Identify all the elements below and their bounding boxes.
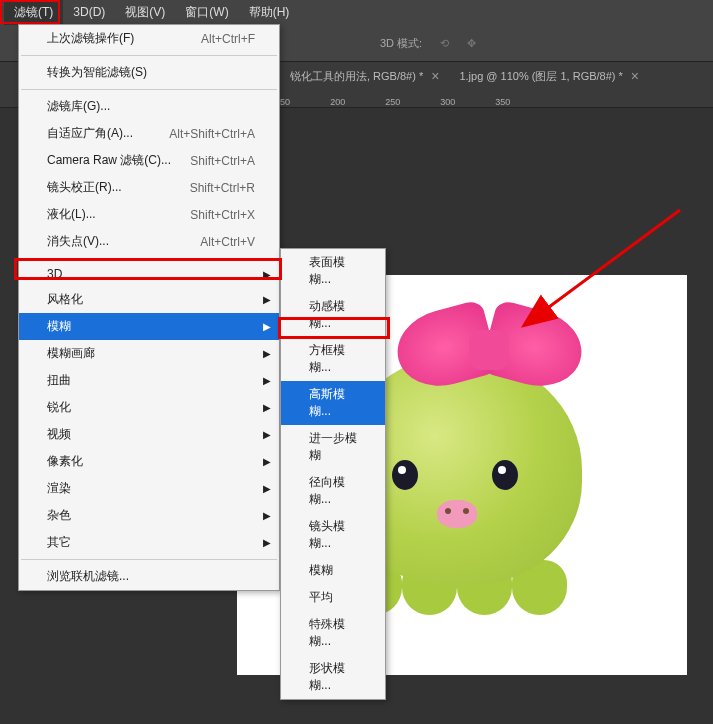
- submenu-motion-blur[interactable]: 动感模糊...: [281, 293, 385, 337]
- menu-lens-correction[interactable]: 镜头校正(R)...Shift+Ctrl+R: [19, 174, 279, 201]
- menu-3d-sub[interactable]: 3D▶: [19, 262, 279, 286]
- menu-adaptive-wide[interactable]: 自适应广角(A)...Alt+Shift+Ctrl+A: [19, 120, 279, 147]
- submenu-lens-blur[interactable]: 镜头模糊...: [281, 513, 385, 557]
- submenu-average[interactable]: 平均: [281, 584, 385, 611]
- submenu-radial-blur[interactable]: 径向模糊...: [281, 469, 385, 513]
- orbit-icon[interactable]: ⟲: [440, 24, 449, 62]
- pan-icon[interactable]: ✥: [467, 24, 476, 62]
- menu-render[interactable]: 渲染▶: [19, 475, 279, 502]
- menu-smart-filter[interactable]: 转换为智能滤镜(S): [19, 59, 279, 86]
- close-icon[interactable]: ×: [631, 68, 639, 84]
- chevron-right-icon: ▶: [263, 510, 271, 521]
- plush-eye: [392, 460, 418, 490]
- blur-submenu: 表面模糊... 动感模糊... 方框模糊... 高斯模糊... 进一步模糊 径向…: [280, 248, 386, 700]
- chevron-right-icon: ▶: [263, 402, 271, 413]
- chevron-right-icon: ▶: [263, 456, 271, 467]
- submenu-shape-blur[interactable]: 形状模糊...: [281, 655, 385, 699]
- menu-vanishing-point[interactable]: 消失点(V)...Alt+Ctrl+V: [19, 228, 279, 255]
- chevron-right-icon: ▶: [263, 375, 271, 386]
- submenu-gaussian-blur[interactable]: 高斯模糊...: [281, 381, 385, 425]
- chevron-right-icon: ▶: [263, 537, 271, 548]
- menu-3d[interactable]: 3D(D): [63, 1, 115, 23]
- menu-liquify[interactable]: 液化(L)...Shift+Ctrl+X: [19, 201, 279, 228]
- chevron-right-icon: ▶: [263, 294, 271, 305]
- plush-eye: [492, 460, 518, 490]
- filter-dropdown: 上次滤镜操作(F)Alt+Ctrl+F 转换为智能滤镜(S) 滤镜库(G)...…: [18, 24, 280, 591]
- menu-view[interactable]: 视图(V): [115, 0, 175, 25]
- submenu-surface-blur[interactable]: 表面模糊...: [281, 249, 385, 293]
- submenu-box-blur[interactable]: 方框模糊...: [281, 337, 385, 381]
- plush-mouth: [437, 500, 477, 528]
- tab-doc2[interactable]: 1.jpg @ 110% (图层 1, RGB/8#) * ×: [449, 62, 649, 90]
- menu-last-filter[interactable]: 上次滤镜操作(F)Alt+Ctrl+F: [19, 25, 279, 52]
- tab-label: 1.jpg @ 110% (图层 1, RGB/8#) *: [459, 69, 622, 84]
- ruler-tick: 350: [495, 97, 510, 107]
- submenu-special-blur[interactable]: 特殊模糊...: [281, 611, 385, 655]
- 3d-mode-label: 3D 模式:: [380, 24, 422, 62]
- ruler-tick: 250: [385, 97, 400, 107]
- menu-sharpen[interactable]: 锐化▶: [19, 394, 279, 421]
- menu-separator: [21, 559, 277, 560]
- menu-window[interactable]: 窗口(W): [175, 0, 238, 25]
- menu-blur-gallery[interactable]: 模糊画廊▶: [19, 340, 279, 367]
- menubar: 滤镜(T) 3D(D) 视图(V) 窗口(W) 帮助(H): [0, 0, 713, 24]
- menu-separator: [21, 89, 277, 90]
- menu-stylize[interactable]: 风格化▶: [19, 286, 279, 313]
- submenu-blur[interactable]: 模糊: [281, 557, 385, 584]
- plush-bow-knot: [469, 330, 509, 370]
- menu-browse-online[interactable]: 浏览联机滤镜...: [19, 563, 279, 590]
- ruler-tick: 300: [440, 97, 455, 107]
- menu-camera-raw[interactable]: Camera Raw 滤镜(C)...Shift+Ctrl+A: [19, 147, 279, 174]
- tab-label: 锐化工具的用法, RGB/8#) *: [290, 69, 423, 84]
- menu-video[interactable]: 视频▶: [19, 421, 279, 448]
- tab-doc1[interactable]: 锐化工具的用法, RGB/8#) * ×: [280, 62, 449, 90]
- ruler-tick: 200: [330, 97, 345, 107]
- menu-filter[interactable]: 滤镜(T): [4, 0, 63, 25]
- menu-help[interactable]: 帮助(H): [239, 0, 300, 25]
- submenu-further-blur[interactable]: 进一步模糊: [281, 425, 385, 469]
- menu-blur[interactable]: 模糊▶: [19, 313, 279, 340]
- menu-noise[interactable]: 杂色▶: [19, 502, 279, 529]
- menu-other[interactable]: 其它▶: [19, 529, 279, 556]
- menu-separator: [21, 258, 277, 259]
- menu-separator: [21, 55, 277, 56]
- chevron-right-icon: ▶: [263, 429, 271, 440]
- close-icon[interactable]: ×: [431, 68, 439, 84]
- chevron-right-icon: ▶: [263, 269, 271, 280]
- chevron-right-icon: ▶: [263, 321, 271, 332]
- chevron-right-icon: ▶: [263, 483, 271, 494]
- menu-pixelate[interactable]: 像素化▶: [19, 448, 279, 475]
- chevron-right-icon: ▶: [263, 348, 271, 359]
- menu-distort[interactable]: 扭曲▶: [19, 367, 279, 394]
- menu-filter-gallery[interactable]: 滤镜库(G)...: [19, 93, 279, 120]
